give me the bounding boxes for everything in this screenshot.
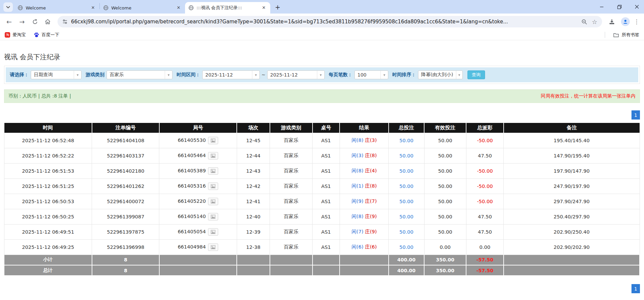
url-text[interactable]: 66cxkj98.com/ipl/portal.php/game/betreco… xyxy=(71,19,578,25)
total-label: 总计 xyxy=(4,265,92,276)
cell-note: 197.90/147.90 xyxy=(504,163,640,178)
taobao-icon: 淘 xyxy=(5,32,10,38)
game-type-select[interactable]: 百家乐 ▾ xyxy=(107,70,172,79)
restore-button[interactable] xyxy=(615,2,624,11)
result-image-button[interactable] xyxy=(208,167,218,175)
cell-time: 2025-11-12 06:52:48 xyxy=(4,133,92,148)
close-icon[interactable]: ✕ xyxy=(90,5,96,11)
result-image-button[interactable] xyxy=(208,243,218,251)
result-image-button[interactable] xyxy=(208,213,218,220)
cell-table-no: AS1 xyxy=(313,209,340,224)
cell-payout: 47.50 xyxy=(466,148,504,163)
cell-bet-id: 522961401262 xyxy=(92,178,159,194)
page-1-button[interactable]: 1 xyxy=(631,284,640,293)
date-from-select[interactable]: 2025-11-12 ▾ xyxy=(202,70,260,79)
cell-payout: -50.00 xyxy=(466,163,504,178)
cell-payout: -50.00 xyxy=(466,133,504,148)
date-to-select[interactable]: 2025-11-12 ▾ xyxy=(267,70,325,79)
bookmark-baidu[interactable]: 百度一下 xyxy=(34,32,59,38)
close-window-button[interactable] xyxy=(632,2,641,11)
back-button[interactable]: ← xyxy=(3,16,15,27)
cell-time: 2025-11-12 06:52:22 xyxy=(4,148,92,163)
page-title: 视讯 会员下注纪录 xyxy=(4,52,640,62)
restore-icon xyxy=(617,5,622,9)
total-bet-link[interactable]: 50.00 xyxy=(389,194,424,209)
total-bet-link[interactable]: 50.00 xyxy=(389,148,424,163)
bookmark-taobao[interactable]: 淘 爱淘宝 xyxy=(5,32,26,38)
picture-icon xyxy=(211,199,215,203)
browser-menu-button[interactable]: ⋮ xyxy=(633,18,640,25)
cell-table-no: AS1 xyxy=(313,148,340,163)
sort-order-label: 时间排序： xyxy=(392,72,416,78)
forward-button[interactable]: → xyxy=(16,16,28,27)
cell-session: 12-45 xyxy=(237,133,270,148)
cell-valid-bet: 50.00 xyxy=(424,148,466,163)
result-image-button[interactable] xyxy=(208,183,218,190)
result-image-button[interactable] xyxy=(208,137,218,144)
page-1-button[interactable]: 1 xyxy=(631,110,640,120)
total-bet-link[interactable]: 50.00 xyxy=(389,224,424,239)
date-range-tilde: ~ xyxy=(261,72,266,78)
close-icon[interactable]: ✕ xyxy=(176,5,182,11)
total-bet-link[interactable]: 50.00 xyxy=(389,133,424,148)
query-type-select[interactable]: 日期查询 ▾ xyxy=(31,70,82,79)
total-bet-link[interactable]: 50.00 xyxy=(389,163,424,178)
result-image-button[interactable] xyxy=(208,198,218,205)
cell-round: 661405140 xyxy=(159,209,237,224)
cell-bet-id: 522961402180 xyxy=(92,163,159,178)
subtotal-label: 小计 xyxy=(4,255,92,265)
caret-down-icon: ▾ xyxy=(165,71,172,79)
total-bet-link[interactable]: 50.00 xyxy=(389,178,424,194)
address-bar[interactable]: 66cxkj98.com/ipl/portal.php/game/betreco… xyxy=(58,16,602,27)
cell-valid-bet: 50.00 xyxy=(424,178,466,194)
cell-note: 202.90/202.90 xyxy=(504,239,640,255)
cell-bet-id: 522961396998 xyxy=(92,239,159,255)
cell-round: 661405054 xyxy=(159,224,237,239)
total-bet-link[interactable]: 50.00 xyxy=(389,209,424,224)
downloads-button[interactable] xyxy=(606,16,618,27)
result-image-button[interactable] xyxy=(208,228,218,236)
tab-active-betrecord[interactable]: :::视讯 会员下注纪录::: ✕ xyxy=(185,2,270,14)
cell-valid-bet: 50.00 xyxy=(424,209,466,224)
cell-bet-id: 522961403137 xyxy=(92,148,159,163)
minimize-icon xyxy=(600,5,604,9)
cell-result: 闲(8) 庄(4) xyxy=(340,163,389,178)
chevron-down-icon xyxy=(6,6,10,8)
zoom-icon[interactable] xyxy=(581,19,587,25)
home-button[interactable] xyxy=(42,16,53,27)
cell-result: 闲(8) 庄(9) xyxy=(340,209,389,224)
cell-valid-bet: 50.00 xyxy=(424,163,466,178)
caret-down-icon: ▾ xyxy=(74,71,81,79)
all-bookmarks-button[interactable]: 所有书签 xyxy=(613,32,639,38)
result-image-button[interactable] xyxy=(208,152,218,159)
filter-panel: 请选择： 日期查询 ▾ 游戏类别 百家乐 ▾ 时间区间： 2025-11-12 … xyxy=(4,66,640,84)
table-row: 2025-11-12 06:52:48 522961404108 6614055… xyxy=(4,133,640,148)
profile-avatar[interactable] xyxy=(621,17,630,26)
tab-welcome-2[interactable]: Welcome ✕ xyxy=(100,2,185,14)
picture-icon xyxy=(211,215,215,219)
cell-result: 闲(6) 庄(6) xyxy=(340,239,389,255)
tab-welcome-1[interactable]: Welcome ✕ xyxy=(14,2,99,14)
site-settings-icon xyxy=(62,19,68,24)
minimize-button[interactable] xyxy=(597,2,606,11)
cell-table-no: AS1 xyxy=(313,239,340,255)
reload-button[interactable] xyxy=(29,16,41,27)
cell-session: 12-40 xyxy=(237,209,270,224)
page-size-select[interactable]: 100 ▾ xyxy=(354,70,388,79)
new-tab-button[interactable]: + xyxy=(273,2,282,12)
caret-down-icon: ▾ xyxy=(317,71,324,79)
bookmark-star-icon[interactable]: ☆ xyxy=(592,18,597,25)
search-button[interactable]: 查询 xyxy=(467,70,485,79)
tab-search-button[interactable] xyxy=(3,2,13,12)
header-table-no: 桌号 xyxy=(313,123,340,133)
table-row: 2025-11-12 06:51:53 522961402180 6614053… xyxy=(4,163,640,178)
cell-payout: 0.00 xyxy=(466,239,504,255)
sort-order-select[interactable]: 降幂(由大到小) ▾ xyxy=(418,70,463,79)
caret-down-icon: ▾ xyxy=(381,71,388,79)
cell-note: 195.40/145.40 xyxy=(504,133,640,148)
globe-icon xyxy=(103,5,109,10)
close-icon[interactable]: ✕ xyxy=(261,5,267,11)
cell-table-no: AS1 xyxy=(313,133,340,148)
total-bet-link[interactable]: 50.00 xyxy=(389,239,424,255)
cell-valid-bet: 50.00 xyxy=(424,224,466,239)
